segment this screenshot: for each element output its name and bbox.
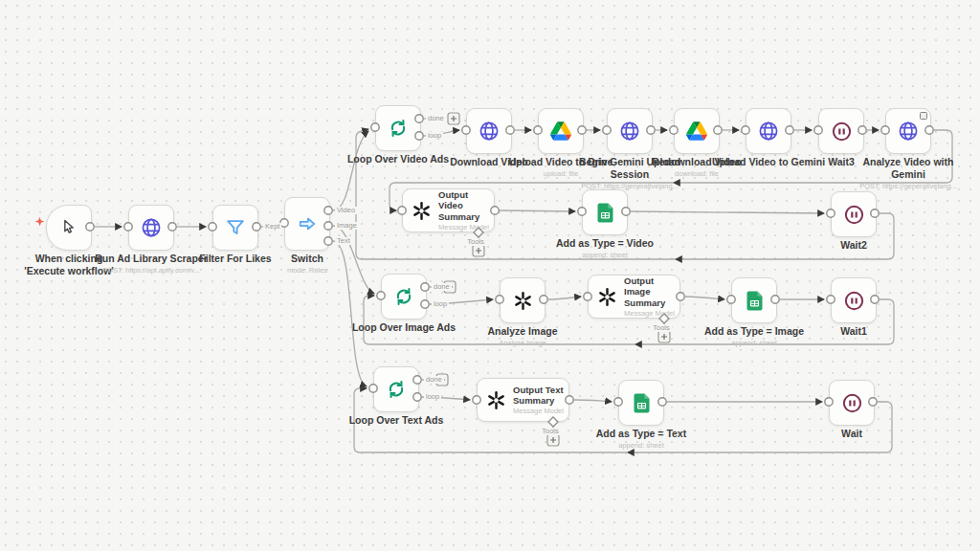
loop-icon: [393, 286, 414, 307]
node-manual-trigger[interactable]: When clicking 'Execute workflow': [46, 205, 92, 251]
node-output-image-summary[interactable]: Output Image Summary Message Model: [588, 275, 680, 319]
google-sheets-icon: [746, 291, 763, 311]
edge: [631, 211, 824, 213]
pause-icon: [842, 203, 866, 227]
edge-label-kept: Kept: [263, 223, 281, 231]
node-add-as-type-text[interactable]: Add as Type = Text append: sheet: [618, 380, 664, 426]
node-loop-over-image-ads[interactable]: Loop Over Image Ads: [381, 274, 427, 320]
loop-icon: [386, 379, 407, 400]
pause-icon: [842, 289, 866, 313]
node-add-as-type-image[interactable]: Add as Type = Image append: sheet: [731, 277, 777, 323]
globe-icon: [478, 120, 501, 143]
edge: [333, 131, 368, 210]
node-output-video-summary[interactable]: Output Video Summary Message Model: [402, 188, 495, 232]
node-download-video[interactable]: Download Video: [466, 108, 512, 154]
node-switch[interactable]: Switch mode: Rules: [284, 197, 330, 251]
node-loop-over-text-ads[interactable]: Loop Over Text Ads: [373, 366, 419, 412]
loop-icon: [388, 118, 409, 139]
openai-icon: [412, 201, 432, 221]
node-upload-video-to-gemini[interactable]: Upload Video to Gemini: [746, 108, 791, 154]
switch-output-label-video: Video: [335, 207, 357, 214]
loop-output-label-done: done: [424, 376, 444, 384]
edge: [500, 210, 575, 211]
switch-output-label-image: Image: [335, 222, 359, 230]
node-wait[interactable]: Wait: [829, 380, 875, 426]
node-wait1[interactable]: Wait1: [831, 277, 877, 323]
openai-icon: [597, 287, 617, 307]
node-wait3[interactable]: Wait3: [818, 108, 864, 154]
loop-output-label-loop: loop: [432, 300, 449, 308]
edges-layer: [0, 0, 980, 551]
google-drive-icon: [550, 121, 571, 141]
edge: [574, 400, 612, 402]
node-upload-video-to-drive[interactable]: Upload Video to Drive upload: file: [538, 108, 584, 154]
switch-arrow-icon: [297, 213, 318, 234]
globe-icon: [757, 120, 780, 143]
switch-output-label-text: Text: [335, 237, 352, 245]
node-run-ad-library-scraper[interactable]: Run Ad Library Scraper POST: https://api…: [128, 205, 174, 251]
pause-icon: [840, 391, 864, 415]
edge: [685, 297, 724, 299]
node-wait2[interactable]: Wait2: [831, 191, 877, 237]
loop-output-label-done: done: [432, 283, 452, 291]
google-drive-icon: [686, 121, 707, 141]
openai-icon: [486, 390, 506, 410]
node-analyze-video-with-gemini[interactable]: Analyze Video with Gemini POST: https://…: [885, 108, 931, 154]
node-add-as-type-video[interactable]: Add as Type = Video append: sheet: [582, 189, 628, 235]
loop-output-label-done: done: [426, 115, 446, 122]
pause-icon: [830, 120, 854, 143]
node-analyze-image[interactable]: Analyze Image Analyze Image: [500, 277, 546, 323]
node-badge-icon: [920, 112, 927, 120]
google-sheets-icon: [597, 203, 613, 223]
workflow-canvas[interactable]: When clicking 'Execute workflow' Run Ad …: [0, 0, 980, 551]
node-begin-gemini-upload-session[interactable]: Begin Gemini Upload Session POST: https:…: [607, 108, 653, 154]
node-loop-over-video-ads[interactable]: Loop Over Video Ads: [375, 105, 421, 151]
tools-label: Tools: [465, 238, 486, 246]
node-redownload-video[interactable]: Redownload Video download: file: [674, 108, 720, 154]
openai-icon: [513, 291, 533, 311]
loop-output-label-loop: loop: [424, 393, 441, 401]
globe-icon: [618, 120, 641, 143]
tools-label: Tools: [651, 324, 672, 332]
tools-label: Tools: [540, 428, 561, 435]
node-filter-for-likes[interactable]: Filter For Likes: [212, 205, 258, 251]
spark-icon: [34, 216, 45, 227]
edge: [333, 241, 367, 386]
filter-icon: [225, 217, 246, 238]
loop-output-label-loop: loop: [426, 132, 443, 140]
google-sheets-icon: [634, 393, 650, 413]
node-output-text-summary[interactable]: Output Text Summary Message Model: [477, 378, 569, 422]
globe-icon: [140, 216, 163, 239]
cursor-icon: [59, 218, 78, 237]
edge: [548, 297, 581, 299]
globe-icon: [897, 120, 920, 143]
